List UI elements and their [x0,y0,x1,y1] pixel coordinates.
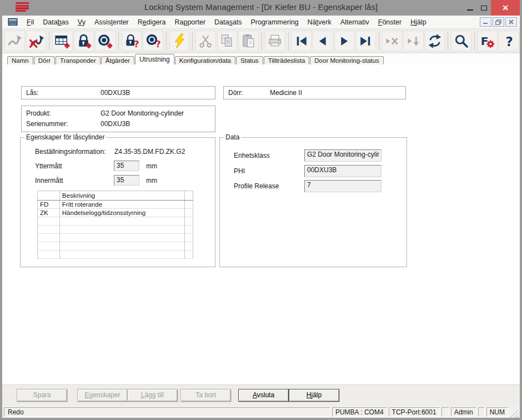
device-class-input[interactable]: G2 Door Monitoring-cylir [304,149,382,162]
statusbar: Redo PUMBA : COM4TCP-Port:6001AdminNUM [2,406,520,418]
menu-programmering[interactable]: Programmering [246,17,303,28]
close-icon[interactable]: ✕ [491,0,520,16]
menu-fonster[interactable]: Fönster [374,17,406,28]
connect-arrow-button[interactable] [4,31,25,51]
paste-button[interactable] [238,31,259,51]
window-controls: ✕ [463,0,520,16]
outer-dimension-label: Yttermått [35,162,62,170]
tab-namn[interactable]: Namn [7,56,33,64]
remove-button[interactable]: Ta bort [180,389,231,402]
menu-datasats[interactable]: Datasats [210,17,246,28]
table-cell [185,209,193,217]
mdi-restore-icon[interactable] [493,17,504,27]
tabstrip: NamnDörrTransponderÅtgärderUtrustningKon… [2,53,520,64]
table-cell: ZK [38,209,60,217]
system-menu-icon[interactable] [7,17,18,27]
menu-hjalp[interactable]: Hjälp [406,17,431,28]
toolbar-separator [118,32,119,51]
add-button[interactable]: Lägg till [127,389,178,402]
program-button[interactable] [169,31,190,51]
table-row[interactable]: ZKHändelselogg/tidzonsstyrning [38,209,193,217]
menu-databas[interactable]: Databas [38,17,73,28]
table-cell [59,251,184,259]
filter-settings-button[interactable]: F [478,31,498,51]
phi-input[interactable]: 00DXU3B [304,165,382,177]
status-panel-pumba-com4: PUMBA : COM4 [332,407,387,417]
table-header-cell [185,191,193,201]
mdi-window-controls [480,17,517,27]
mdi-minimize-icon[interactable] [480,17,491,27]
last-record-button[interactable] [355,31,376,51]
refresh-button[interactable] [425,31,445,51]
minimize-icon[interactable] [463,0,476,16]
menubar: FilDatabasVyAssistenterRedigeraRapporter… [2,16,520,29]
cancel-record-button[interactable] [382,31,403,51]
tab-tilltradeslista[interactable]: Tillträdeslista [264,56,310,64]
inner-dimension-label: Innermått [35,177,63,184]
new-lock-button[interactable] [74,31,94,51]
menu-natverk[interactable]: Nätverk [303,17,336,28]
read-transponder-button[interactable]: ? [143,31,163,51]
resize-grip-icon[interactable] [510,409,518,418]
tab-transponder[interactable]: Transponder [56,56,101,64]
door-value: Medicine II [270,89,302,97]
save-button[interactable]: Spara [17,389,67,402]
table-cell [38,226,60,234]
properties-button[interactable]: Egenskaper [77,389,128,402]
menu-alternativ[interactable]: Alternativ [336,17,374,28]
cut-icon [198,33,214,49]
table-row[interactable] [38,242,193,251]
tab-door-monitoring-status[interactable]: Door Monitoring-status [310,56,383,64]
table-row[interactable] [38,234,193,242]
table-row[interactable] [38,251,193,259]
outer-dimension-input[interactable]: 35 [114,161,139,171]
first-record-button[interactable] [292,31,312,51]
cancel-record-icon [384,33,400,49]
menu-rapporter[interactable]: Rapporter [170,17,210,28]
menu-fil[interactable]: Fil [22,17,38,28]
exit-button[interactable]: Avsluta [238,389,289,402]
cut-button[interactable] [195,31,216,51]
table-row[interactable]: FDFritt roterande [38,201,193,209]
inner-dimension-input[interactable]: 35 [114,175,139,186]
menu-vy[interactable]: Vy [73,17,90,28]
post-record-button[interactable] [403,31,424,51]
tab-status[interactable]: Status [236,56,263,64]
menu-assistenter[interactable]: Assistenter [90,17,133,28]
table-cell [59,242,184,251]
tab-page-utrustning: Lås: 00DXU3B Dörr: Medicine II Produkt: … [2,64,520,384]
previous-record-button[interactable] [313,31,333,51]
options-table: Beskrivning FDFritt roterandeZKHändelsel… [37,191,193,259]
help-button[interactable]: ? [499,31,519,51]
outer-dimension-unit: mm [146,162,157,170]
tab-utrustning[interactable]: Utrustning [135,54,174,64]
paste-icon [241,33,257,49]
help-button[interactable]: Hjälp [289,389,339,402]
new-transponder-button[interactable] [95,31,116,51]
tab-dorr[interactable]: Dörr [34,56,55,64]
print-button[interactable] [265,31,285,51]
profile-release-input[interactable]: 7 [304,180,382,192]
status-panel-tcp-port-6001: TCP-Port:6001 [389,407,440,417]
previous-record-icon [315,33,330,49]
next-record-button[interactable] [334,31,355,51]
table-row[interactable] [38,226,193,234]
search-button[interactable] [451,31,471,51]
product-value: G2 Door Monitoring-cylinder [101,109,184,117]
tab-atgarder[interactable]: Åtgärder [101,56,134,64]
copy-button[interactable] [217,31,238,51]
read-lock-button[interactable]: ? [122,31,142,51]
maximize-icon[interactable] [476,0,491,16]
table-row[interactable] [38,217,193,226]
profile-release-label: Profile Release [234,182,279,190]
help-icon: ? [501,33,517,49]
disconnect-button[interactable] [26,31,47,51]
toolbar-separator [379,32,379,51]
mdi-close-icon[interactable] [505,17,517,27]
new-locking-system-button[interactable] [52,31,73,51]
tab-konfiguration-data[interactable]: Konfiguration/data [175,56,235,64]
post-record-icon [406,33,421,49]
order-info-label: Beställningsinformation: [35,148,106,156]
status-panel-num: NUM [486,407,508,417]
menu-redigera[interactable]: Redigera [133,17,170,28]
